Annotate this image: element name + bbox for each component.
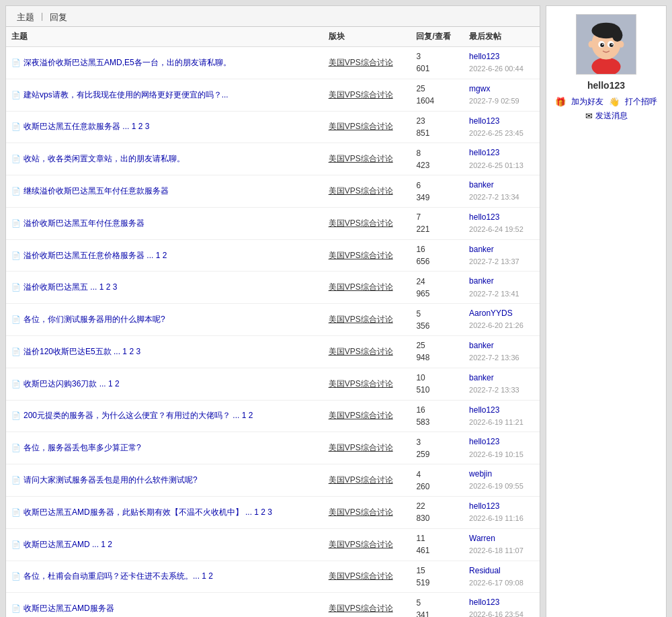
topic-link[interactable]: 溢价收斯巴达黑五 ... 1 2 3	[24, 282, 117, 292]
topic-link[interactable]: 收斯巴达闪购36刀款 ... 1 2	[24, 379, 120, 388]
topic-link[interactable]: 溢价收斯巴达黑五年付任意服务器	[24, 218, 144, 228]
topic-link[interactable]: 继续溢价收斯巴达黑五年付任意款服务器	[24, 186, 169, 196]
topic-link[interactable]: 收斯巴达黑五AMD服务器	[24, 604, 114, 613]
board-link[interactable]: 美国VPS综合讨论	[329, 251, 393, 260]
board-link[interactable]: 美国VPS综合讨论	[329, 218, 393, 228]
topic-link[interactable]: 各位，服务器丢包率多少算正常?	[24, 443, 141, 452]
topic-link[interactable]: 溢价120收斯巴达E5五款 ... 1 2 3	[24, 347, 140, 356]
last-post-user-link[interactable]: hello123	[469, 116, 499, 126]
topic-link[interactable]: 收斯巴达黑五任意款服务器 ... 1 2 3	[24, 122, 149, 131]
board-cell: 美国VPS综合讨论	[323, 593, 411, 617]
last-post-user-link[interactable]: banker	[469, 341, 494, 350]
board-link[interactable]: 美国VPS综合讨论	[329, 540, 393, 549]
last-post-user-link[interactable]: hello123	[469, 598, 499, 607]
doc-icon: 📄	[11, 540, 21, 548]
count-cell: 3259	[411, 432, 464, 464]
last-post-user-link[interactable]: banker	[469, 180, 494, 190]
topic-link[interactable]: 建站vps请教，有比我现在使用的网络更好更便宜的吗？...	[24, 90, 228, 99]
reply-count: 5	[416, 597, 458, 609]
board-link[interactable]: 美国VPS综合讨论	[329, 282, 393, 292]
table-row: 📄各位，杜甫会自动重启吗？还卡住进不去系统。... 1 2美国VPS综合讨论15…	[6, 561, 540, 593]
board-cell: 美国VPS综合讨论	[323, 175, 411, 208]
board-link[interactable]: 美国VPS综合讨论	[329, 186, 393, 196]
last-post-user-link[interactable]: AaronYYDS	[469, 308, 513, 318]
board-link[interactable]: 美国VPS综合讨论	[329, 571, 393, 581]
last-post-user-link[interactable]: banker	[469, 276, 494, 286]
view-count: 519	[416, 577, 458, 589]
last-post-user-link[interactable]: hello123	[469, 148, 499, 157]
board-link[interactable]: 美国VPS综合讨论	[329, 443, 393, 452]
board-link[interactable]: 美国VPS综合讨论	[329, 604, 393, 613]
last-post-date: 2022-7-2 13:34	[469, 192, 534, 204]
board-link[interactable]: 美国VPS综合讨论	[329, 315, 393, 324]
view-count: 423	[416, 159, 458, 171]
last-post-date: 2022-6-25 23:45	[469, 128, 534, 140]
count-cell: 6349	[411, 175, 464, 208]
tab-topics[interactable]: 主题	[11, 9, 40, 26]
view-count: 948	[416, 352, 458, 364]
last-post-user-link[interactable]: hello123	[469, 212, 499, 222]
count-cell: 7221	[411, 207, 464, 239]
last-post-date: 2022-6-24 19:52	[469, 224, 534, 236]
board-link[interactable]: 美国VPS综合讨论	[329, 507, 393, 517]
board-cell: 美国VPS综合讨论	[323, 207, 411, 239]
view-count: 656	[416, 255, 458, 268]
board-link[interactable]: 美国VPS综合讨论	[329, 58, 393, 67]
view-count: 356	[416, 320, 458, 332]
doc-icon: 📄	[11, 91, 21, 99]
topic-link[interactable]: 溢价收斯巴达黑五任意价格服务器 ... 1 2	[24, 251, 167, 260]
topic-link[interactable]: 请问大家测试服务器丢包是用的什么软件测试呢?	[24, 475, 198, 485]
last-post-user-link[interactable]: hello123	[469, 501, 499, 511]
send-message-link[interactable]: 发送消息	[595, 110, 628, 122]
tab-replies[interactable]: 回复	[44, 9, 73, 26]
reply-count: 15	[416, 565, 458, 577]
last-post-user-link[interactable]: Warren	[469, 534, 495, 543]
last-post-user-link[interactable]: hello123	[469, 437, 499, 446]
table-row: 📄各位，你们测试服务器用的什么脚本呢?美国VPS综合讨论5356AaronYYD…	[6, 304, 540, 336]
last-post-user-link[interactable]: banker	[469, 373, 494, 382]
last-post-user-link[interactable]: banker	[469, 245, 494, 254]
recruit-link[interactable]: 打个招呼	[625, 96, 657, 108]
view-count: 349	[416, 192, 458, 204]
topic-link[interactable]: 深夜溢价收斯巴达黑五AMD,E5各一台，出的朋友请私聊。	[24, 58, 231, 67]
last-post-cell: webjin2022-6-19 09:55	[464, 464, 540, 497]
reply-count: 6	[416, 179, 458, 192]
topic-link[interactable]: 收斯巴达黑五AMD ... 1 2	[24, 540, 112, 549]
count-cell: 8423	[411, 143, 464, 175]
last-post-cell: Warren2022-6-18 11:07	[464, 528, 540, 561]
last-post-user-link[interactable]: webjin	[469, 469, 492, 479]
last-post-user-link[interactable]: mgwx	[469, 84, 490, 93]
last-post-date: 2022-6-17 09:08	[469, 577, 534, 589]
topic-cell: 📄收斯巴达黑五AMD服务器，此贴长期有效【不温不火收机中】 ... 1 2 3	[6, 496, 323, 528]
last-post-cell: banker2022-7-2 13:36	[464, 336, 540, 368]
board-link[interactable]: 美国VPS综合讨论	[329, 411, 393, 420]
add-friend-link[interactable]: 加为好友	[571, 96, 603, 108]
topic-link[interactable]: 收斯巴达黑五AMD服务器，此贴长期有效【不温不火收机中】 ... 1 2 3	[24, 507, 272, 517]
board-link[interactable]: 美国VPS综合讨论	[329, 154, 393, 163]
topic-link[interactable]: 收站，收各类闲置文章站，出的朋友请私聊。	[24, 154, 185, 163]
action-row-friend: 🎁 加为好友 👋 打个招呼	[555, 96, 657, 108]
last-post-date: 2022-7-2 13:33	[469, 384, 534, 397]
view-count: 830	[416, 512, 458, 524]
board-link[interactable]: 美国VPS综合讨论	[329, 379, 393, 388]
last-post-user-link[interactable]: Residual	[469, 566, 501, 575]
board-link[interactable]: 美国VPS综合讨论	[329, 347, 393, 356]
doc-icon: 📄	[11, 476, 21, 484]
last-post-user-link[interactable]: hello123	[469, 405, 499, 415]
table-row: 📄请问大家测试服务器丢包是用的什么软件测试呢?美国VPS综合讨论4260webj…	[6, 464, 540, 497]
topic-link[interactable]: 200元提类的服务器，为什么这么便宜？有用过的大佬吗？ ... 1 2	[24, 411, 253, 420]
topic-link[interactable]: 各位，你们测试服务器用的什么脚本呢?	[24, 315, 165, 324]
topic-link[interactable]: 各位，杜甫会自动重启吗？还卡住进不去系统。... 1 2	[24, 571, 213, 581]
view-count: 965	[416, 288, 458, 300]
reply-count: 3	[416, 436, 458, 448]
reply-count: 8	[416, 147, 458, 159]
reply-count: 23	[416, 115, 458, 127]
last-post-user-link[interactable]: hello123	[469, 52, 499, 61]
board-link[interactable]: 美国VPS综合讨论	[329, 475, 393, 485]
topic-cell: 📄请问大家测试服务器丢包是用的什么软件测试呢?	[6, 464, 323, 497]
svg-point-5	[612, 29, 623, 42]
table-row: 📄收斯巴达黑五AMD ... 1 2美国VPS综合讨论11461Warren20…	[6, 528, 540, 561]
reply-count: 3	[416, 50, 458, 63]
board-link[interactable]: 美国VPS综合讨论	[329, 90, 393, 99]
board-link[interactable]: 美国VPS综合讨论	[329, 122, 393, 131]
